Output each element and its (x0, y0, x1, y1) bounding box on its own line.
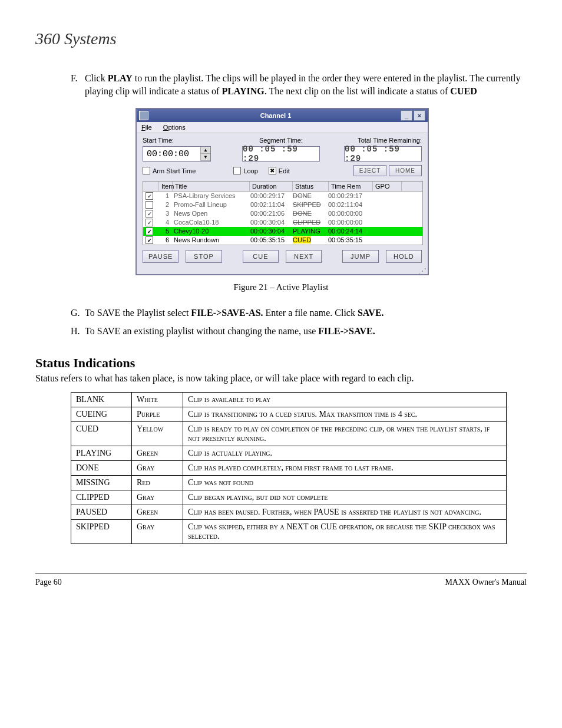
cell-item: 6 (158, 236, 171, 245)
cell-status: PLAYING (290, 227, 326, 236)
stop-button[interactable]: STOP (186, 250, 222, 263)
cell-timerem: 00:02:11:04 (326, 200, 369, 209)
status-desc: Clip began playing, but did not complete (183, 490, 507, 505)
cue-button[interactable]: CUE (243, 250, 279, 263)
text-bold: PLAY (108, 73, 133, 83)
text: . The next clip on the list will indicat… (265, 86, 451, 96)
cell-title: PSA-Library Services (171, 192, 248, 200)
cell-status: CLIPPED (290, 218, 326, 227)
cell-item: 1 (158, 192, 171, 200)
status-color: Red (132, 475, 183, 490)
status-row: CUEINGPurpleClip is transitioning to a c… (71, 407, 507, 421)
cell-duration: 00:00:29:17 (248, 192, 290, 200)
spinner-down[interactable]: ▼ (201, 154, 210, 161)
arm-start-checkbox[interactable]: Arm Start Time (143, 167, 196, 174)
close-button[interactable]: × (414, 110, 425, 121)
menu-options[interactable]: Options (163, 124, 186, 131)
text-bold: CUED (450, 86, 477, 96)
status-row: CLIPPEDGrayClip began playing, but did n… (71, 490, 507, 505)
status-desc: Clip has been paused. Further, when PAUS… (183, 505, 507, 519)
menubar: File Options (137, 122, 428, 133)
status-desc: Clip is available to play (183, 392, 507, 407)
status-color: Gray (132, 519, 183, 543)
row-checkbox[interactable] (146, 201, 153, 209)
table-row[interactable]: ✔1PSA-Library Services00:00:29:17DONE00:… (143, 192, 422, 200)
status-color: Green (132, 446, 183, 460)
text-bold: FILE->SAVE. (318, 326, 375, 336)
table-row[interactable]: ✔6News Rundown00:05:35:15CUED00:05:35:15 (143, 236, 422, 245)
cell-timerem: 00:00:29:17 (326, 192, 369, 200)
channel-window: Channel 1 _ × File Options Start Time: 0… (135, 108, 429, 275)
cell-gpo (369, 227, 398, 236)
minimize-button[interactable]: _ (401, 110, 412, 121)
status-row: PLAYINGGreenClip is actually playing. (71, 446, 507, 460)
status-name: DONE (71, 460, 132, 475)
text-bold: SAVE. (358, 308, 384, 318)
status-table: BLANKWhiteClip is available to playCUEIN… (71, 392, 507, 544)
cell-title: Promo-Fall Lineup (171, 200, 248, 209)
status-row: SKIPPEDGrayClip was skipped, either by a… (71, 519, 507, 543)
row-checkbox[interactable]: ✔ (146, 219, 153, 226)
status-desc: Clip is actually playing. (183, 446, 507, 460)
row-checkbox[interactable]: ✔ (146, 192, 153, 200)
instruction-f: F. Click PLAY to run the playlist. The c… (71, 72, 527, 97)
row-checkbox[interactable]: ✔ (146, 210, 153, 218)
status-row: BLANKWhiteClip is available to play (71, 392, 507, 407)
instruction-letter: H. (71, 325, 85, 338)
status-name: CUEING (71, 407, 132, 421)
table-header: Item Title Duration Status Time Rem GPO (143, 182, 422, 192)
cell-title: CocaCola10-18 (171, 218, 248, 227)
cell-timerem: 00:00:00:00 (326, 218, 369, 227)
start-time-label: Start Time: (143, 137, 231, 144)
cell-item: 2 (158, 200, 171, 209)
table-row[interactable]: 2Promo-Fall Lineup00:02:11:04SKIPPED00:0… (143, 200, 422, 209)
edit-checkbox[interactable]: ✖Edit (269, 167, 290, 174)
cell-timerem: 00:00:00:00 (326, 209, 369, 218)
instruction-letter: G. (71, 307, 85, 319)
cell-status: DONE (290, 209, 326, 218)
menu-file[interactable]: File (141, 124, 152, 131)
loop-label: Loop (243, 167, 257, 174)
cell-gpo (369, 236, 398, 245)
table-row[interactable]: ✔5Chevy10-2000:00:30:04PLAYING00:00:24:1… (143, 227, 422, 236)
home-button[interactable]: HOME (389, 165, 422, 176)
status-color: Gray (132, 490, 183, 505)
text: To SAVE the Playlist select (85, 308, 191, 318)
status-color: Gray (132, 460, 183, 475)
playlist-table: Item Title Duration Status Time Rem GPO … (143, 181, 423, 245)
loop-checkbox[interactable]: Loop (233, 167, 257, 174)
status-name: CLIPPED (71, 490, 132, 505)
table-row[interactable]: ✔4CocaCola10-1800:00:30:04CLIPPED00:00:0… (143, 218, 422, 227)
jump-button[interactable]: JUMP (342, 250, 378, 263)
system-menu-icon[interactable] (139, 111, 148, 120)
col-duration: Duration (250, 182, 293, 191)
col-status: Status (293, 182, 329, 191)
status-color: Yellow (132, 421, 183, 446)
cell-title: Chevy10-20 (171, 227, 248, 236)
row-checkbox[interactable]: ✔ (146, 236, 153, 244)
cell-item: 5 (158, 227, 171, 236)
section-paragraph: Status refers to what has taken place, i… (35, 373, 527, 384)
eject-button[interactable]: EJECT (353, 165, 386, 176)
cell-duration: 00:02:11:04 (248, 200, 290, 209)
total-time-display: 00 :05 :59 :29 (344, 146, 422, 162)
instruction-h: H. To SAVE an existing playlist without … (71, 325, 527, 338)
cell-gpo (369, 192, 398, 200)
start-time-input[interactable]: 00:00:00 ▲ ▼ (143, 146, 211, 162)
spinner-up[interactable]: ▲ (201, 147, 210, 154)
cell-status: DONE (290, 192, 326, 200)
resize-grip[interactable]: ⋰ (137, 269, 428, 274)
status-name: MISSING (71, 475, 132, 490)
arm-start-label: Arm Start Time (153, 167, 196, 174)
status-color: Green (132, 505, 183, 519)
status-row: PAUSEDGreenClip has been paused. Further… (71, 505, 507, 519)
pause-button[interactable]: PAUSE (143, 250, 178, 263)
row-checkbox[interactable]: ✔ (146, 228, 153, 235)
next-button[interactable]: NEXT (286, 250, 322, 263)
cell-duration: 00:00:30:04 (248, 218, 290, 227)
status-desc: Clip was not found (183, 475, 507, 490)
hold-button[interactable]: HOLD (386, 250, 422, 263)
page-footer: Page 60 MAXX Owner's Manual (35, 574, 527, 587)
table-row[interactable]: ✔3News Open00:00:21:06DONE00:00:00:00 (143, 209, 422, 218)
status-row: CUEDYellowClip is ready to play on compl… (71, 421, 507, 446)
